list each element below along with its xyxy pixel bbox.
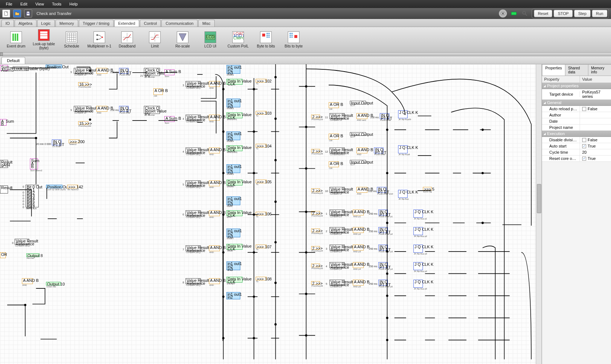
checkbox-icon[interactable]	[582, 107, 586, 111]
block-limiter2[interactable]: in1 out1in2in3limiter2	[226, 65, 240, 74]
block-datain-e[interactable]: Data In ValueCLK6Prs	[226, 210, 243, 216]
block-sum-r2[interactable]: A Sum BSum	[164, 116, 175, 122]
block-result-left1[interactable]: ResultgAtH	[0, 160, 8, 168]
properties-tab-properties[interactable]: Properties	[542, 64, 565, 76]
block-and-rr1[interactable]: A AND BAND set1	[356, 113, 367, 119]
ribbon-poil[interactable]: LOAD B100ADD R1,R0CMPGT S20Custom PoIL	[225, 28, 251, 51]
block-or-mid[interactable]: A OR BOR	[153, 88, 163, 95]
step-button[interactable]: Step	[574, 10, 591, 17]
block-compare-p4[interactable]: Value ResultReferenceCompare p4	[329, 262, 345, 268]
canvas-vscroll-thumb[interactable]	[537, 184, 541, 213]
block-sum-r1[interactable]: A Sum BSum	[164, 69, 175, 75]
block-compare-p2[interactable]: Value ResultReferenceCompare p2	[329, 227, 345, 233]
block-pulse-rr2[interactable]: IN QPT ETPulse timer	[374, 147, 383, 153]
ribbon-tab-memory[interactable]: Memory	[56, 20, 78, 27]
block-const2-p1[interactable]: 2 >>>PromKey22	[311, 211, 320, 215]
block-jk-rr2[interactable]: J Q CLK KJK flip-flop8	[398, 145, 408, 153]
block-limiter7[interactable]: in1 out1in2in3limiter7	[226, 229, 240, 237]
block-limiter4[interactable]: in1 out1in2in3limiter4	[226, 131, 240, 140]
block-compare-p1[interactable]: Value ResultReferenceCompare p1	[329, 210, 345, 215]
block-and-p4[interactable]: A AND BAND p4	[353, 262, 364, 268]
property-row[interactable]: Reset core on … True	[542, 156, 611, 162]
block-and-p1[interactable]: A AND BAND p1	[353, 210, 364, 215]
block-and-cf[interactable]: A AND BAND	[209, 245, 220, 251]
property-row[interactable]: Cycle time 20	[542, 149, 611, 156]
block-pulse-p1[interactable]: IN QPT ETPulse timer p1	[378, 210, 388, 215]
block-sum-top[interactable]: SumAlarm3	[0, 65, 8, 71]
block-compare-rr2[interactable]: Value ResultReferenceCompareparam	[329, 147, 345, 153]
ribbon-tab-misc[interactable]: Misc	[198, 20, 215, 27]
new-file-button[interactable]	[2, 9, 10, 18]
property-value[interactable]: False	[580, 106, 611, 112]
block-compare-cf[interactable]: Value ResultReferenceCompare (IEQ)	[186, 245, 201, 251]
block-const2-p5[interactable]: 2 >>>PromKey26	[311, 281, 320, 285]
property-row[interactable]: Author	[542, 112, 611, 118]
ribbon-bitstobyte[interactable]: Bits to byte	[280, 28, 307, 51]
block-const2-p3[interactable]: 2 >>>PromKey24	[311, 246, 320, 250]
menu-view[interactable]: View	[32, 1, 48, 7]
block-datain-a[interactable]: Data In ValueCLK	[226, 79, 243, 85]
property-value[interactable]: PoKeys57 series	[580, 89, 611, 99]
ribbon-lcd[interactable]: LCDLCD UI	[197, 28, 224, 51]
block-not-rt1[interactable]: Input OutputNOT	[350, 101, 366, 104]
ribbon-schedule[interactable]: Schedule	[58, 28, 85, 51]
block-and-cg[interactable]: A AND BAND	[209, 278, 220, 284]
block-datain-g[interactable]: Data In ValueCLK8Temp4	[226, 277, 243, 283]
block-and-rr2[interactable]: A AND BAND	[356, 147, 367, 153]
block-to106[interactable]: >>> 106To	[256, 212, 267, 215]
diagram-canvas[interactable]: SumAlarm3 A SumB ResultgAtH Result OR Po…	[0, 64, 536, 364]
block-to104[interactable]: >>> 104To	[256, 144, 267, 147]
block-compare-rr3[interactable]: Value ResultReferenceCompare 10	[329, 187, 345, 193]
block-and-p5[interactable]: A AND BAND p5	[353, 280, 364, 286]
block-compare-cg[interactable]: Value ResultReferenceCompare (IEQ)	[186, 278, 201, 284]
block-jk-rr3[interactable]: J Q CLK KJK flip-flop	[398, 190, 408, 198]
ribbon-tab-extended[interactable]: Extended	[114, 20, 139, 27]
block-to108[interactable]: >>> 108To	[256, 277, 267, 280]
block-and-ce[interactable]: A AND BAND	[209, 210, 220, 216]
block-to142[interactable]: >>> 142Bit repass2	[67, 185, 78, 188]
property-value[interactable]: 20	[580, 149, 611, 155]
check-transfer-label[interactable]: Check and Transfer	[37, 11, 72, 16]
block-or-left[interactable]: OR	[0, 252, 6, 258]
property-row[interactable]: Target device PoKeys57 series	[542, 89, 611, 100]
block-to5[interactable]: >>> 5bomi mg	[423, 187, 432, 191]
canvas-vscroll[interactable]	[536, 64, 542, 364]
ribbon-tab-algebra[interactable]: Algebra	[15, 20, 37, 27]
diagram-tab-default[interactable]: Default	[1, 57, 25, 64]
ribbon-tab-io[interactable]: IO	[1, 20, 14, 27]
block-compare-ca[interactable]: Value ResultReferenceCompare (IEQ)	[186, 81, 201, 87]
property-row[interactable]: Disable divisio… False	[542, 137, 611, 143]
block-jk-p3[interactable]: J Q CLK KJK flip-flop p3	[413, 245, 423, 253]
properties-tab-shareddata[interactable]: Shared data	[565, 64, 588, 76]
ribbon-lookup[interactable]: Look-up table (byte)	[31, 28, 57, 51]
block-compare-ce[interactable]: Value ResultReferenceCompare (IEQ)	[186, 210, 201, 216]
properties-section-execution[interactable]: ◢Execution	[542, 131, 611, 137]
block-to107[interactable]: >>> 107To	[256, 245, 267, 248]
property-value[interactable]	[580, 120, 611, 122]
menu-edit[interactable]: Edit	[17, 1, 31, 7]
block-compare-p3[interactable]: Value ResultReferenceCompare p3	[329, 245, 345, 250]
block-to200[interactable]: >>> 200Talaim2	[69, 139, 80, 143]
properties-tab-memoryinfo[interactable]: Memory info	[588, 64, 611, 76]
block-compare-rr1[interactable]: Value ResultReferenceCompare 10	[329, 113, 345, 119]
block-to103[interactable]: >>> 103To	[256, 111, 267, 115]
chip-icon[interactable]	[510, 9, 518, 18]
block-pulse-p3[interactable]: IN QPT ETPulse timer p3	[378, 245, 388, 250]
ribbon-rescale[interactable]: Re-scale	[169, 28, 196, 51]
ribbon-tab-communication[interactable]: Communication	[161, 20, 197, 27]
property-row[interactable]: Date	[542, 118, 611, 124]
block-position-out-2[interactable]: Position OutLook-up table (byte)	[46, 185, 62, 188]
block-ontimer[interactable]: IN QPT ETOn timer	[52, 139, 61, 145]
block-pulse-rr1[interactable]: IN QPT ETPulse timer	[380, 113, 389, 119]
block-pulse-p5[interactable]: IN QPT ETPulse timer p5	[378, 280, 388, 286]
block-const2-p2[interactable]: 2 >>>PromKey23	[311, 229, 320, 232]
cancel-icon[interactable]	[499, 9, 507, 18]
ribbon-scroll-strip[interactable]	[0, 53, 611, 56]
ribbon-mux[interactable]: Multiplexer n-1	[86, 28, 112, 51]
block-bitstobyte[interactable]: Bit 0 OutBit 1Bit 2Bit 3 Bit 4Bit 5Bit 6…	[26, 185, 39, 207]
block-compare-cd[interactable]: Value ResultReferenceCompare (IEQ)	[186, 180, 201, 186]
search-icon[interactable]	[521, 9, 529, 18]
menu-tools[interactable]: Tools	[48, 1, 65, 7]
block-jk-rr1[interactable]: J Q CLK KJK flip-flop09	[398, 110, 408, 118]
block-valresult-ll[interactable]: Value ResultReferenceCompare (IEQ)	[15, 239, 29, 245]
